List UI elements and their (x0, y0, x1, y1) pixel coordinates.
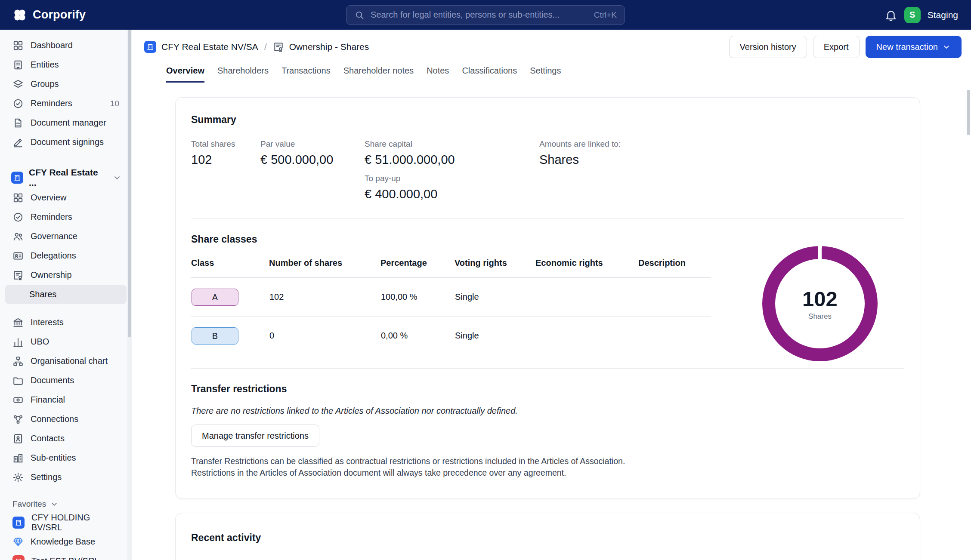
building-icon (12, 59, 24, 71)
sidebar-item-document-signings[interactable]: Document signings (0, 132, 132, 152)
recent-activity-title: Recent activity (191, 532, 904, 544)
sidebar-item-label: Ownership (31, 270, 72, 280)
cell-description (638, 278, 711, 317)
sidebar-item-organisational-chart[interactable]: Organisational chart (0, 351, 132, 371)
search-input[interactable] (370, 9, 589, 20)
sidebar-item-label: Reminders (31, 212, 72, 222)
favorite-item-label: Test EST BV/SRL (31, 556, 99, 560)
brand-name: Corporify (33, 8, 86, 22)
cell-voting: Single (455, 278, 535, 317)
sidebar-item-connections[interactable]: Connections (0, 409, 132, 429)
transfer-restrictions-section: Transfer restrictions There are no restr… (191, 369, 904, 498)
tab-shareholder-notes[interactable]: Shareholder notes (343, 66, 414, 83)
layers-icon (12, 79, 24, 90)
summary-field-total-shares: Total shares 102 (191, 139, 260, 201)
id-card-icon (12, 250, 24, 262)
sidebar-item-ownership[interactable]: Ownership (0, 265, 132, 285)
tab-classifications[interactable]: Classifications (462, 66, 517, 83)
sidebar-entity-switcher[interactable]: CFY Real Estate ... (0, 167, 132, 188)
search-icon (354, 10, 365, 20)
reminders-count-badge: 10 (110, 99, 119, 108)
entity-icon (12, 517, 25, 529)
summary-section: Summary Total shares 102 Par value € 500… (191, 98, 904, 218)
sidebar-item-financial[interactable]: Financial (0, 390, 132, 409)
table-row-class-b[interactable]: B 0 0,00 % Single (191, 317, 711, 355)
sidebar-item-contacts[interactable]: Contacts (0, 429, 132, 448)
tab-settings[interactable]: Settings (530, 66, 561, 83)
summary-field-linked-to: Amounts are linked to: Shares (539, 139, 621, 201)
version-history-button[interactable]: Version history (729, 36, 807, 58)
breadcrumb: CFY Real Estate NV/SA / Ownership - Shar… (144, 41, 369, 53)
sidebar-item-label: Document signings (31, 137, 104, 147)
search-shortcut: Ctrl+K (594, 10, 617, 20)
banknote-icon (12, 394, 24, 406)
tab-overview[interactable]: Overview (166, 66, 204, 83)
sidebar-item-groups[interactable]: Groups (0, 74, 132, 94)
sidebar-item-document-manager[interactable]: Document manager (0, 113, 132, 132)
sidebar-item-label: Delegations (31, 251, 76, 261)
page-scrollbar[interactable] (966, 30, 971, 560)
corporify-logo-icon (12, 7, 28, 23)
sidebar-item-label: Connections (31, 414, 78, 424)
tab-notes[interactable]: Notes (427, 66, 449, 83)
sidebar-item-entity-reminders[interactable]: Reminders (0, 207, 132, 227)
export-button[interactable]: Export (813, 36, 860, 58)
breadcrumb-entity[interactable]: CFY Real Estate NV/SA (161, 42, 258, 52)
sidebar-item-label: Interests (31, 317, 64, 327)
table-row-class-a[interactable]: A 102 100,00 % Single (191, 278, 711, 317)
sidebar-item-reminders[interactable]: Reminders 10 (0, 94, 132, 113)
donut-label: Shares (808, 312, 832, 321)
sidebar-item-dashboard[interactable]: Dashboard (0, 36, 132, 55)
bar-chart-icon (12, 336, 24, 348)
sidebar-item-label: Entities (31, 60, 59, 70)
tab-shareholders[interactable]: Shareholders (217, 66, 269, 83)
sidebar-item-interests[interactable]: Interests (0, 313, 132, 332)
entity-icon (12, 555, 25, 560)
notifications-bell-icon[interactable] (884, 9, 897, 22)
brand[interactable]: Corporify (0, 7, 86, 23)
favorite-item-test-est[interactable]: Test EST BV/SRL (0, 551, 132, 560)
page-scrollbar-thumb[interactable] (967, 90, 970, 135)
bank-icon (12, 317, 24, 328)
transfer-restrictions-description: Transfer Restrictions can be classified … (191, 455, 904, 479)
breadcrumb-page: Ownership - Shares (289, 42, 369, 52)
summary-title: Summary (191, 114, 904, 126)
ownership-overview-card: Summary Total shares 102 Par value € 500… (175, 97, 920, 499)
favorites-section-toggle[interactable]: Favorites (0, 495, 132, 513)
share-classes-section: Share classes Class Number of shares Per… (191, 219, 904, 368)
contact-book-icon (12, 433, 24, 444)
manage-transfer-restrictions-button[interactable]: Manage transfer restrictions (191, 425, 319, 447)
sidebar-item-settings[interactable]: Settings (0, 468, 132, 487)
document-icon (12, 117, 24, 129)
favorite-item-cfy-holding[interactable]: CFY HOLDING BV/SRL (0, 513, 132, 532)
sidebar-item-sub-entities[interactable]: Sub-entities (0, 448, 132, 468)
gem-icon (12, 536, 24, 548)
cell-description (638, 317, 711, 355)
chevron-down-icon (50, 500, 59, 508)
sidebar-item-delegations[interactable]: Delegations (0, 246, 132, 265)
share-certificate-icon (273, 41, 284, 52)
cell-economic (535, 278, 638, 317)
new-transaction-button[interactable]: New transaction (866, 36, 962, 58)
tab-transactions[interactable]: Transactions (281, 66, 331, 83)
favorite-item-knowledge-base[interactable]: Knowledge Base (0, 532, 132, 551)
header-actions: Version history Export New transaction (729, 36, 962, 58)
topbar-right: S Staging (884, 7, 971, 23)
topbar: Corporify Ctrl+K S Staging (0, 0, 971, 30)
user-avatar[interactable]: S (904, 7, 921, 23)
favorites-label: Favorites (12, 499, 46, 509)
search-bar[interactable]: Ctrl+K (346, 5, 625, 25)
sidebar-item-label: Contacts (31, 434, 65, 443)
column-header-voting-rights: Voting rights (455, 258, 535, 278)
entity-name: CFY Real Estate ... (29, 167, 107, 188)
sidebar-item-shares[interactable]: Shares (5, 285, 127, 304)
sidebar-item-entities[interactable]: Entities (0, 55, 132, 74)
sidebar-item-documents[interactable]: Documents (0, 371, 132, 390)
folder-icon (12, 375, 24, 386)
sidebar-item-governance[interactable]: Governance (0, 227, 132, 246)
sidebar-scrollbar-thumb[interactable] (128, 30, 131, 337)
sidebar-item-label: Dashboard (31, 40, 73, 50)
sidebar-scrollbar[interactable] (127, 30, 132, 560)
sidebar-item-overview[interactable]: Overview (0, 188, 132, 207)
sidebar-item-ubo[interactable]: UBO (0, 332, 132, 351)
